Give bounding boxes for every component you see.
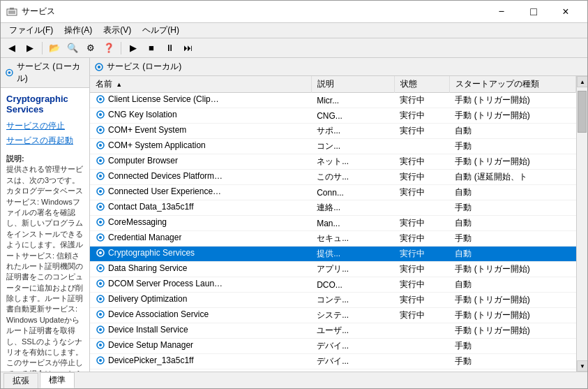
svg-point-22 (99, 205, 102, 208)
services-table-container[interactable]: 名前 ▲ 説明 状態 スタートアップの種類 (90, 76, 576, 372)
col-header-startup[interactable]: スタートアップの種類 (449, 76, 575, 93)
service-status (394, 200, 449, 216)
table-row[interactable]: Device Install Serviceユーザ...手動 (トリガー開始) (90, 323, 576, 339)
svg-point-6 (98, 66, 100, 68)
table-row[interactable]: Connected Devices Platform Serviceこのサ...… (90, 170, 576, 185)
service-name: Device Setup Manager (108, 340, 193, 350)
menu-view[interactable]: 表示(V) (98, 23, 137, 38)
back-button[interactable]: ◀ (3, 41, 20, 56)
table-row[interactable]: DCOM Server Process LauncherDCO...実行中自動 (90, 277, 576, 293)
help-button[interactable]: ❓ (100, 41, 117, 56)
scroll-up-button[interactable]: ▲ (577, 76, 587, 87)
service-name: Device Install Service (108, 325, 188, 335)
service-row-icon (96, 340, 105, 350)
svg-point-28 (99, 251, 102, 254)
service-row-icon (96, 279, 105, 288)
tab-extended[interactable]: 拡張 (3, 373, 38, 388)
restart-button[interactable]: ⏭ (179, 41, 196, 56)
scroll-track[interactable] (577, 87, 587, 360)
service-status: 実行中 (394, 124, 449, 139)
service-desc: 連絡... (311, 200, 394, 216)
menu-action[interactable]: 操作(A) (59, 23, 98, 38)
service-desc: DCO... (311, 277, 394, 293)
table-row[interactable]: Computer Browserネット...実行中手動 (トリガー開始) (90, 154, 576, 170)
table-row[interactable]: Client License Service (ClipSVC)Micr...実… (90, 93, 576, 108)
up-button[interactable]: 📂 (46, 41, 63, 56)
col-header-status[interactable]: 状態 (394, 76, 449, 93)
col-header-desc[interactable]: 説明 (311, 76, 394, 93)
service-startup: 自動 (449, 185, 575, 200)
window-title: サービス (22, 6, 485, 17)
service-status: 実行中 (394, 277, 449, 293)
service-startup: 手動 (トリガー開始) (449, 93, 575, 108)
table-row[interactable]: CNG Key IsolationCNG...実行中手動 (トリガー開始) (90, 108, 576, 124)
menu-help[interactable]: ヘルプ(H) (137, 23, 185, 38)
service-row-icon (96, 355, 105, 365)
play-button[interactable]: ▶ (125, 41, 142, 56)
service-description-label: 説明: 提供される管理サービスは、次の3つです。カタログデータベースサービス: … (6, 154, 84, 372)
toolbar-sep-1 (42, 42, 43, 54)
service-desc: デバイ... (311, 354, 394, 369)
close-button[interactable]: × (550, 1, 582, 23)
forward-button[interactable]: ▶ (22, 41, 38, 56)
svg-point-18 (99, 175, 102, 177)
stop-service-link[interactable]: サービスの停止 (6, 120, 84, 132)
service-status: 実行中 (394, 262, 449, 277)
svg-point-34 (99, 298, 102, 300)
settings-button[interactable]: ⚙ (82, 41, 99, 56)
table-row[interactable]: CoreMessagingMan...実行中自動 (90, 216, 576, 231)
service-startup: 手動 (449, 139, 575, 154)
service-startup: 手動 (449, 200, 575, 216)
service-desc: デバイ... (311, 339, 394, 354)
service-status: 実行中 (394, 216, 449, 231)
col-header-name[interactable]: 名前 ▲ (90, 76, 311, 93)
menu-file[interactable]: ファイル(F) (3, 23, 59, 38)
tab-standard[interactable]: 標準 (40, 372, 75, 388)
table-row[interactable]: DevicePicker_13a5c1ffデバイ...手動 (90, 354, 576, 369)
restart-service-link[interactable]: サービスの再起動 (6, 135, 84, 147)
service-startup: 手動 (トリガー開始) (449, 323, 575, 339)
svg-point-38 (99, 328, 102, 331)
services-table: 名前 ▲ 説明 状態 スタートアップの種類 (90, 76, 576, 372)
table-row[interactable]: Delivery Optimizationコンテ...実行中手動 (トリガー開始… (90, 293, 576, 308)
service-startup: 自動 (449, 277, 575, 293)
service-startup: 自動 (449, 247, 575, 262)
service-startup: 手動 (トリガー開始) (449, 308, 575, 323)
vertical-scrollbar[interactable]: ▲ ▼ (576, 76, 587, 372)
service-name: COM+ Event System (108, 125, 186, 135)
table-row[interactable]: Data Sharing Serviceアプリ...実行中手動 (トリガー開始) (90, 262, 576, 277)
sort-arrow-name: ▲ (116, 81, 122, 88)
svg-point-26 (99, 236, 102, 239)
pause-button[interactable]: ⏸ (161, 41, 178, 56)
service-desc: Man... (311, 216, 394, 231)
toolbar-sep-2 (121, 42, 121, 54)
svg-point-8 (99, 98, 102, 101)
service-desc: CNG... (311, 108, 394, 124)
maximize-button[interactable]: □ (518, 1, 550, 23)
table-row[interactable]: Credential Managerセキュ...実行中手動 (90, 231, 576, 247)
left-panel-title: サービス (ローカル) (17, 61, 85, 85)
service-desc: ユーザ... (311, 323, 394, 339)
refresh-button[interactable]: 🔍 (64, 41, 81, 56)
svg-point-42 (99, 359, 102, 362)
service-name: Delivery Optimization (108, 294, 187, 304)
service-status: 実行中 (394, 108, 449, 124)
table-row[interactable]: Device Setup Managerデバイ...手動 (90, 339, 576, 354)
table-row[interactable]: COM+ System Applicationコン...手動 (90, 139, 576, 154)
service-name: Client License Service (ClipSVC) (108, 94, 224, 104)
service-startup: 手動 (トリガー開始) (449, 154, 575, 170)
service-name: Connected User Experiences and Telemetry (108, 186, 224, 196)
table-row[interactable]: Device Association Serviceシステ...実行中手動 (ト… (90, 308, 576, 323)
table-row[interactable]: Connected User Experiences and Telemetry… (90, 185, 576, 200)
scroll-thumb[interactable] (578, 91, 587, 133)
minimize-button[interactable]: － (485, 1, 518, 23)
service-status: 実行中 (394, 308, 449, 323)
menu-bar: ファイル(F) 操作(A) 表示(V) ヘルプ(H) (1, 23, 587, 38)
table-row[interactable]: COM+ Event Systemサポ...実行中自動 (90, 124, 576, 139)
service-name: Connected Devices Platform Service (108, 171, 224, 181)
service-startup: 自動 (遅延開始、ト (449, 170, 575, 185)
scroll-down-button[interactable]: ▼ (577, 360, 587, 372)
stop-button[interactable]: ■ (143, 41, 160, 56)
table-row[interactable]: Contact Data_13a5c1ff連絡...手動 (90, 200, 576, 216)
table-row[interactable]: Cryptographic Services提供...実行中自動 (90, 247, 576, 262)
